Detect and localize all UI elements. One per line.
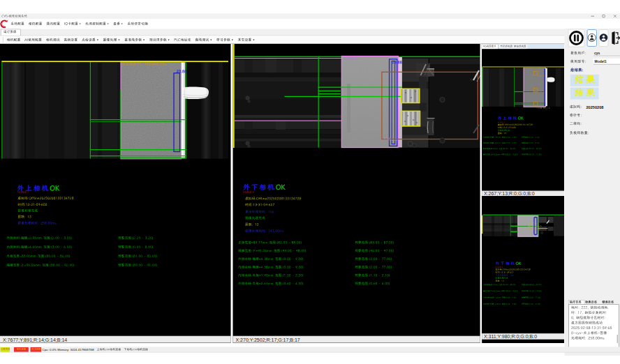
svg-text:Cpu: 0.0% Memory: 3424.4179687: Cpu: 0.0% Memory: 3424.41796875M	[43, 348, 95, 351]
svg-text:20250208: 20250208	[586, 105, 604, 109]
svg-text:X:267;Y:13;R:0;G:0;B:0: X:267;Y:13;R:0;G:0;B:0	[484, 191, 535, 196]
svg-text:Model1: Model1	[595, 59, 607, 63]
svg-text:X:270;Y:2502;R:17;G:17;B:17: X:270;Y:2502;R:17;G:17;B:17	[236, 338, 300, 342]
svg-text:cys: cys	[594, 51, 600, 55]
svg-text:X:311;Y:980;R:0;G:0;B:0: X:311;Y:980;R:0;G:0;B:0	[484, 334, 537, 339]
svg-text:X:7677;Y:891;R:14;G:14;B:14: X:7677;Y:891;R:14;G:14;B:14	[3, 338, 67, 342]
